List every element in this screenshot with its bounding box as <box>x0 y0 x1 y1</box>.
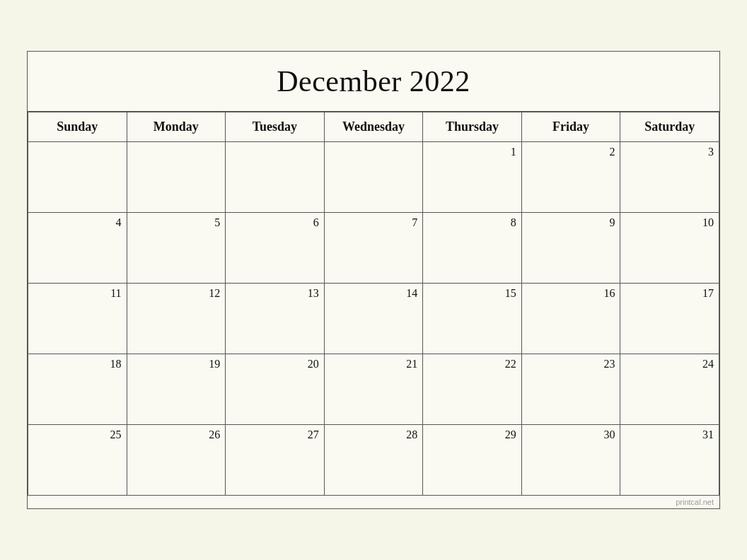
empty-cell[interactable] <box>324 142 423 213</box>
empty-cell[interactable] <box>226 142 325 213</box>
day-cell-10[interactable]: 10 <box>620 213 719 284</box>
week-row-4: 18192021222324 <box>28 354 719 425</box>
day-number-23: 23 <box>527 358 615 371</box>
day-number-9: 9 <box>527 216 615 229</box>
day-cell-15[interactable]: 15 <box>423 284 522 354</box>
day-number-10: 10 <box>625 216 714 229</box>
day-cell-21[interactable]: 21 <box>324 354 423 425</box>
day-cell-19[interactable]: 19 <box>127 354 226 425</box>
day-number-11: 11 <box>33 287 122 300</box>
day-cell-12[interactable]: 12 <box>127 284 226 354</box>
day-cell-1[interactable]: 1 <box>423 142 522 213</box>
day-cell-24[interactable]: 24 <box>620 354 719 425</box>
day-number-2: 2 <box>527 146 615 158</box>
day-number-19: 19 <box>132 358 221 371</box>
day-header-tuesday: Tuesday <box>226 112 325 142</box>
day-number-22: 22 <box>428 358 516 371</box>
day-number-20: 20 <box>231 358 319 371</box>
week-row-2: 45678910 <box>28 213 719 284</box>
week-row-5: 25262728293031 <box>28 425 719 496</box>
day-number-5: 5 <box>132 216 221 229</box>
day-number-28: 28 <box>330 428 418 441</box>
day-cell-2[interactable]: 2 <box>521 142 620 213</box>
day-header-sunday: Sunday <box>28 112 127 142</box>
day-number-21: 21 <box>330 358 418 371</box>
day-cell-18[interactable]: 18 <box>28 354 127 425</box>
day-number-16: 16 <box>527 287 615 300</box>
day-cell-9[interactable]: 9 <box>521 213 620 284</box>
empty-cell[interactable] <box>28 142 127 213</box>
calendar-container: December 2022 SundayMondayTuesdayWednesd… <box>27 51 720 509</box>
day-cell-4[interactable]: 4 <box>28 213 127 284</box>
day-cell-16[interactable]: 16 <box>521 284 620 354</box>
day-number-15: 15 <box>428 287 516 300</box>
day-number-25: 25 <box>33 428 122 441</box>
day-cell-27[interactable]: 27 <box>226 425 325 496</box>
day-number-29: 29 <box>428 428 516 441</box>
day-cell-31[interactable]: 31 <box>620 425 719 496</box>
day-cell-26[interactable]: 26 <box>127 425 226 496</box>
week-row-1: 123 <box>28 142 719 213</box>
day-cell-13[interactable]: 13 <box>226 284 325 354</box>
day-cell-3[interactable]: 3 <box>620 142 719 213</box>
day-cell-30[interactable]: 30 <box>521 425 620 496</box>
calendar-table: SundayMondayTuesdayWednesdayThursdayFrid… <box>28 112 719 496</box>
day-header-friday: Friday <box>521 112 620 142</box>
day-number-6: 6 <box>231 216 319 229</box>
day-header-wednesday: Wednesday <box>324 112 423 142</box>
day-header-monday: Monday <box>127 112 226 142</box>
day-number-4: 4 <box>33 216 122 229</box>
empty-cell[interactable] <box>127 142 226 213</box>
day-cell-17[interactable]: 17 <box>620 284 719 354</box>
day-number-1: 1 <box>428 146 516 158</box>
day-header-thursday: Thursday <box>423 112 522 142</box>
day-cell-11[interactable]: 11 <box>28 284 127 354</box>
week-row-3: 11121314151617 <box>28 284 719 354</box>
day-cell-20[interactable]: 20 <box>226 354 325 425</box>
day-cell-14[interactable]: 14 <box>324 284 423 354</box>
day-cell-8[interactable]: 8 <box>423 213 522 284</box>
day-number-14: 14 <box>330 287 418 300</box>
calendar-title: December 2022 <box>28 52 719 112</box>
day-number-18: 18 <box>33 358 122 371</box>
day-number-26: 26 <box>132 428 221 441</box>
day-number-7: 7 <box>330 216 418 229</box>
day-cell-23[interactable]: 23 <box>521 354 620 425</box>
day-cell-7[interactable]: 7 <box>324 213 423 284</box>
watermark: printcal.net <box>28 496 719 508</box>
day-number-12: 12 <box>132 287 221 300</box>
day-number-3: 3 <box>625 146 714 158</box>
day-number-13: 13 <box>231 287 319 300</box>
day-header-saturday: Saturday <box>620 112 719 142</box>
day-cell-22[interactable]: 22 <box>423 354 522 425</box>
day-cell-5[interactable]: 5 <box>127 213 226 284</box>
day-number-24: 24 <box>625 358 714 371</box>
day-cell-6[interactable]: 6 <box>226 213 325 284</box>
day-number-8: 8 <box>428 216 516 229</box>
day-number-27: 27 <box>231 428 319 441</box>
day-cell-25[interactable]: 25 <box>28 425 127 496</box>
day-number-30: 30 <box>527 428 615 441</box>
day-number-31: 31 <box>625 428 714 441</box>
day-headers-row: SundayMondayTuesdayWednesdayThursdayFrid… <box>28 112 719 142</box>
day-number-17: 17 <box>625 287 714 300</box>
day-cell-29[interactable]: 29 <box>423 425 522 496</box>
day-cell-28[interactable]: 28 <box>324 425 423 496</box>
